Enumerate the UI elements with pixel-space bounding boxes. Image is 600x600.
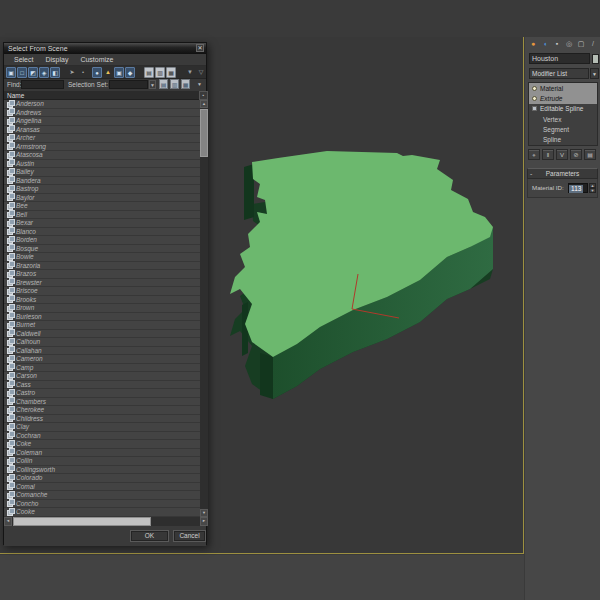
tab-display-icon[interactable]: ▢	[576, 39, 586, 49]
display-lights-icon[interactable]: ▲	[103, 67, 113, 78]
list-item[interactable]: Cass	[4, 381, 200, 390]
tab-motion-icon[interactable]: ◎	[564, 39, 574, 49]
list-item[interactable]: Chambers	[4, 398, 200, 407]
stack-item-editable-spline[interactable]: Editable Spline	[529, 104, 597, 114]
tab-modify-icon[interactable]: ◖	[540, 39, 550, 49]
scroll-up-icon[interactable]: ▲	[200, 100, 208, 108]
list-item[interactable]: Brazoria	[4, 262, 200, 271]
list-item[interactable]: Bee	[4, 202, 200, 211]
filter-funnel-icon[interactable]: ▼	[185, 67, 195, 78]
more-options-icon[interactable]: ▼	[196, 80, 203, 89]
dialog-titlebar[interactable]: Select From Scene ✕	[4, 43, 206, 54]
list-item[interactable]: Callahan	[4, 347, 200, 356]
display-inverted-icon[interactable]: ◩	[28, 67, 38, 78]
list-item[interactable]: Cochran	[4, 432, 200, 441]
name-column-header[interactable]: Name	[4, 91, 199, 100]
tab-hierarchy-icon[interactable]: ▪	[552, 39, 562, 49]
spinner-down-icon[interactable]: ▼	[589, 188, 596, 193]
list-item[interactable]: Angelina	[4, 117, 200, 126]
tab-create-icon[interactable]: ●	[528, 39, 538, 49]
list-item[interactable]: Atascosa	[4, 151, 200, 160]
make-unique-icon[interactable]: V	[556, 149, 568, 160]
detail-view-icon[interactable]: ▦	[166, 67, 176, 78]
close-icon[interactable]: ✕	[196, 44, 204, 52]
column-view-icon[interactable]: ▥	[155, 67, 165, 78]
menu-customize[interactable]: Customize	[74, 54, 119, 66]
display-influences-icon[interactable]: ◈	[39, 67, 49, 78]
vertical-scroll-thumb[interactable]	[200, 109, 208, 157]
list-item[interactable]: Bell	[4, 211, 200, 220]
list-item[interactable]: Coke	[4, 440, 200, 449]
tab-utilities-icon[interactable]: /	[588, 39, 598, 49]
list-item[interactable]: Blanco	[4, 228, 200, 237]
modifier-enable-bulb-icon[interactable]	[532, 96, 537, 101]
list-item[interactable]: Burnet	[4, 321, 200, 330]
list-item[interactable]: Coleman	[4, 449, 200, 458]
stack-item-vertex[interactable]: Vertex	[529, 114, 597, 124]
list-item[interactable]: Austin	[4, 160, 200, 169]
list-item[interactable]: Cameron	[4, 355, 200, 364]
copy-selection-set-icon[interactable]: ▥	[170, 79, 179, 89]
list-item[interactable]: Brewster	[4, 279, 200, 288]
separator-dot-icon[interactable]: •	[78, 67, 88, 78]
list-item[interactable]: Childress	[4, 415, 200, 424]
modifier-list-dropdown[interactable]: Modifier List	[529, 68, 589, 79]
list-item[interactable]: Cooke	[4, 508, 200, 517]
list-item[interactable]: Collingsworth	[4, 466, 200, 475]
rollout-collapse-icon[interactable]: -	[530, 169, 532, 179]
pin-stack-icon[interactable]: ⌖	[528, 149, 540, 160]
list-item[interactable]: Burleson	[4, 313, 200, 322]
list-item[interactable]: Brown	[4, 304, 200, 313]
parameters-rollout-header[interactable]: - Parameters	[527, 168, 598, 179]
vertical-scrollbar[interactable]: ▲ ▼	[200, 100, 208, 517]
object-name-field[interactable]: Houston	[529, 53, 590, 64]
list-item[interactable]: Baylor	[4, 194, 200, 203]
display-shapes-icon[interactable]: ●	[92, 67, 102, 78]
ok-button[interactable]: OK	[130, 530, 169, 542]
display-geometry-icon[interactable]: ◧	[50, 67, 60, 78]
horizontal-scrollbar[interactable]: ◄ ►	[4, 517, 208, 526]
selection-set-input[interactable]	[109, 80, 148, 89]
edit-named-selections-icon[interactable]: ▤	[159, 79, 168, 89]
modifier-list-arrow-icon[interactable]: ▼	[590, 68, 599, 79]
list-item[interactable]: Camp	[4, 364, 200, 373]
list-item[interactable]: Bailey	[4, 168, 200, 177]
list-item[interactable]: Concho	[4, 500, 200, 509]
list-item[interactable]: Comal	[4, 483, 200, 492]
remove-modifier-icon[interactable]: ⊘	[570, 149, 582, 160]
list-item[interactable]: Bandera	[4, 177, 200, 186]
stack-item-material[interactable]: Material	[529, 83, 597, 93]
list-item[interactable]: Anderson	[4, 100, 200, 109]
selection-set-dropdown-icon[interactable]: ▼	[149, 80, 156, 89]
stack-item-extrude[interactable]: Extrude	[529, 93, 597, 103]
display-all-icon[interactable]: ▣	[6, 67, 16, 78]
list-item[interactable]: Brooks	[4, 296, 200, 305]
horizontal-scroll-thumb[interactable]	[13, 517, 151, 526]
modifier-enable-bulb-icon[interactable]	[532, 86, 537, 91]
list-item[interactable]: Bastrop	[4, 185, 200, 194]
display-helpers-icon[interactable]: ◆	[125, 67, 135, 78]
list-item[interactable]: Caldwell	[4, 330, 200, 339]
list-item[interactable]: Carson	[4, 372, 200, 381]
list-item[interactable]: Castro	[4, 389, 200, 398]
configure-modifier-sets-icon[interactable]: ▤	[584, 149, 596, 160]
column-options-icon[interactable]: ▪	[199, 91, 208, 100]
county-shape-3d[interactable]	[222, 145, 498, 403]
list-item[interactable]: Cherokee	[4, 406, 200, 415]
list-item[interactable]: Bowie	[4, 253, 200, 262]
list-view-icon[interactable]: ▤	[144, 67, 154, 78]
list-item[interactable]: Borden	[4, 236, 200, 245]
show-end-result-icon[interactable]: ‖	[542, 149, 554, 160]
display-none-icon[interactable]: □	[17, 67, 27, 78]
list-item[interactable]: Collin	[4, 457, 200, 466]
find-input[interactable]	[21, 80, 64, 89]
list-item[interactable]: Bosque	[4, 245, 200, 254]
list-item[interactable]: Briscoe	[4, 287, 200, 296]
list-item[interactable]: Brazos	[4, 270, 200, 279]
object-color-swatch[interactable]	[592, 54, 599, 64]
menu-select[interactable]: Select	[8, 54, 39, 66]
list-item[interactable]: Bexar	[4, 219, 200, 228]
list-item[interactable]: Clay	[4, 423, 200, 432]
scroll-down-icon[interactable]: ▼	[200, 509, 208, 517]
material-id-input[interactable]: 113	[568, 183, 588, 193]
